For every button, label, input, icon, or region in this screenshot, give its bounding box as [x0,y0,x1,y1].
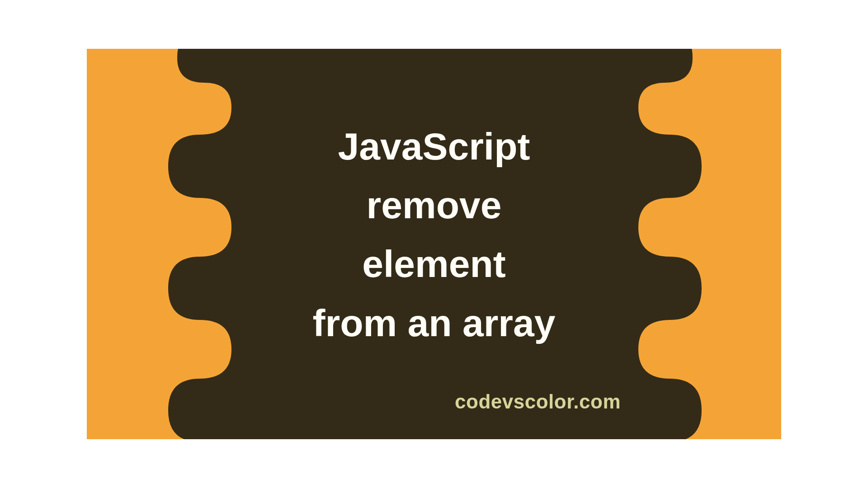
title-line-2: remove [87,176,781,235]
banner-card: JavaScript remove element from an array … [87,49,781,439]
banner-title: JavaScript remove element from an array [87,117,781,352]
site-name: codevscolor.com [455,390,621,413]
title-line-1: JavaScript [87,117,781,176]
title-line-4: from an array [87,293,781,352]
title-line-3: element [87,235,781,293]
